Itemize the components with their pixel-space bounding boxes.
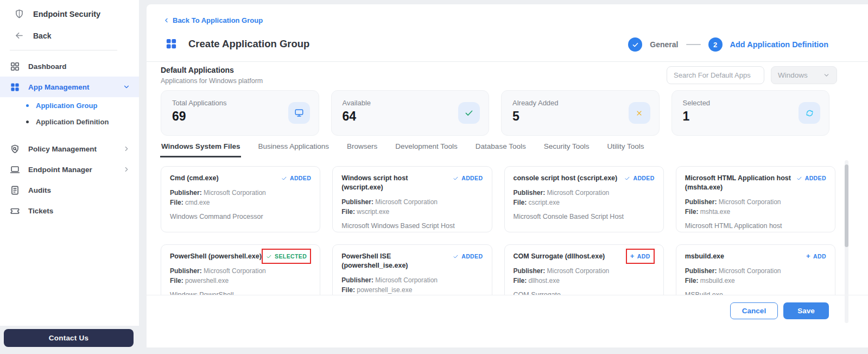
status-badge-added: ADDED bbox=[453, 253, 483, 260]
dashboard-icon bbox=[10, 61, 20, 72]
app-description: MSBuild.exe bbox=[685, 291, 826, 295]
status-badge-added: ADDED bbox=[453, 175, 483, 181]
app-publisher-row: Publisher: Microsoft Corporation bbox=[685, 197, 826, 207]
app-cards-scroll-area[interactable]: Cmd (cmd.exe)ADDEDPublisher: Microsoft C… bbox=[161, 166, 835, 295]
chevron-down-icon bbox=[823, 72, 830, 79]
status-badge-selected: SELECTED bbox=[266, 253, 307, 260]
section-title: Default Applications bbox=[161, 66, 234, 74]
sidebar-subitem-application-definition[interactable]: Application Definition bbox=[0, 113, 139, 130]
sidebar-back-button[interactable]: Back bbox=[0, 19, 139, 41]
publisher-value: Microsoft Corporation bbox=[719, 267, 781, 275]
tabs: Windows System FilesBusiness Application… bbox=[161, 142, 644, 157]
badge-label: ADDED bbox=[290, 175, 311, 181]
sidebar-item-audits[interactable]: Audits bbox=[0, 180, 139, 200]
file-value: cscript.exe bbox=[529, 199, 560, 206]
file-value: powershell_ise.exe bbox=[357, 286, 412, 294]
app-name: Cmd (cmd.exe) bbox=[170, 174, 219, 183]
tab-business-applications[interactable]: Business Applications bbox=[258, 142, 329, 157]
stat-card-available: Available64 bbox=[331, 90, 490, 136]
app-card-header: PowerShell (powershell.exe)SELECTED bbox=[170, 252, 311, 261]
stat-label: Available bbox=[343, 99, 478, 107]
step-2-label: Add Application Definition bbox=[730, 40, 829, 49]
tab-browsers[interactable]: Browsers bbox=[347, 142, 377, 157]
save-button[interactable]: Save bbox=[783, 302, 829, 319]
app-publisher-row: Publisher: Microsoft Corporation bbox=[685, 266, 826, 276]
badge-label: ADDED bbox=[461, 253, 483, 260]
file-label: File: bbox=[685, 208, 699, 216]
publisher-label: Publisher: bbox=[685, 267, 717, 275]
sidebar-item-app-management[interactable]: App Management bbox=[0, 77, 139, 97]
bullet-icon bbox=[26, 121, 29, 123]
add-button[interactable]: +ADD bbox=[806, 253, 826, 260]
sidebar-subitem-application-group[interactable]: Application Group bbox=[0, 97, 139, 113]
app-file-row: File: cmd.exe bbox=[170, 198, 311, 208]
footer-bar: Cancel Save bbox=[147, 295, 868, 347]
app-name: console script host (cscript.exe) bbox=[514, 174, 618, 183]
app-file-row: File: mshta.exe bbox=[685, 207, 826, 217]
app-card-msbuild-exe[interactable]: msbuild.exe+ADDPublisher: Microsoft Corp… bbox=[676, 244, 835, 295]
app-publisher-row: Publisher: Microsoft Corporation bbox=[341, 197, 483, 207]
app-meta: Publisher: Microsoft CorporationFile: dl… bbox=[514, 266, 655, 286]
tab-utility-tools[interactable]: Utility Tools bbox=[607, 142, 644, 157]
app-name: PowerShell (powershell.exe) bbox=[170, 252, 262, 261]
stat-value: 1 bbox=[683, 109, 819, 124]
app-meta: Publisher: Microsoft CorporationFile: po… bbox=[170, 266, 311, 286]
step-2-circle: 2 bbox=[708, 37, 723, 52]
app-card-wscript-exe[interactable]: Windows script host (wscript.exe)ADDEDPu… bbox=[332, 166, 492, 232]
publisher-value: Microsoft Corporation bbox=[375, 198, 438, 206]
tab-database-tools[interactable]: Database Tools bbox=[476, 142, 526, 157]
publisher-value: Microsoft Corporation bbox=[204, 267, 266, 275]
app-name: Microsoft HTML Application host (mshta.e… bbox=[685, 174, 792, 192]
back-to-application-group-link[interactable]: Back To Application Group bbox=[163, 16, 263, 24]
tab-development-tools[interactable]: Development Tools bbox=[395, 142, 458, 157]
app-file-row: File: powershell_ise.exe bbox=[341, 285, 483, 295]
sidebar-item-dashboard[interactable]: Dashboard bbox=[0, 56, 139, 77]
platform-select[interactable]: Windows bbox=[771, 66, 837, 84]
stat-value: 64 bbox=[343, 109, 478, 124]
app-meta: Publisher: Microsoft CorporationFile: cm… bbox=[170, 188, 311, 208]
sidebar-item-label: Tickets bbox=[28, 207, 53, 215]
sidebar-subitem-label: Application Group bbox=[36, 102, 97, 110]
status-badge-added: ADDED bbox=[281, 175, 311, 181]
check-icon bbox=[453, 254, 459, 260]
file-label: File: bbox=[341, 286, 355, 294]
scrollbar-thumb[interactable] bbox=[845, 165, 848, 247]
search-input[interactable] bbox=[667, 66, 764, 84]
app-card-dllhost-exe[interactable]: COM Surrogate (dllhost.exe)+ADDPublisher… bbox=[504, 244, 664, 295]
tab-windows-system-files[interactable]: Windows System Files bbox=[161, 142, 240, 157]
tab-security-tools[interactable]: Security Tools bbox=[544, 142, 590, 157]
add-button[interactable]: +ADD bbox=[630, 253, 650, 260]
app-card-mshta-exe[interactable]: Microsoft HTML Application host (mshta.e… bbox=[676, 166, 835, 232]
cancel-button[interactable]: Cancel bbox=[730, 302, 778, 319]
stat-value: 69 bbox=[172, 109, 308, 124]
app-description: Microsoft Windows Based Script Host bbox=[341, 222, 483, 230]
publisher-label: Publisher: bbox=[170, 189, 202, 197]
publisher-label: Publisher: bbox=[170, 267, 202, 275]
badge-label: ADDED bbox=[633, 175, 654, 181]
app-card-cscript-exe[interactable]: console script host (cscript.exe)ADDEDPu… bbox=[504, 166, 664, 232]
sidebar-item-endpoint-manager[interactable]: Endpoint Manager bbox=[0, 159, 139, 180]
publisher-label: Publisher: bbox=[341, 198, 373, 206]
app-card-cmd-exe[interactable]: Cmd (cmd.exe)ADDEDPublisher: Microsoft C… bbox=[161, 166, 320, 232]
brand-label: Endpoint Security bbox=[33, 10, 100, 18]
app-card-header: Windows script host (wscript.exe)ADDED bbox=[341, 174, 483, 192]
app-card-powershell-exe[interactable]: PowerShell (powershell.exe)SELECTEDPubli… bbox=[161, 244, 320, 295]
file-label: File: bbox=[170, 199, 183, 206]
app-description: Windows Command Processor bbox=[170, 213, 311, 220]
sidebar-item-tickets[interactable]: Tickets bbox=[0, 200, 139, 221]
app-card-powershell-ise-exe[interactable]: PowerShell ISE (powershell_ise.exe)ADDED… bbox=[332, 244, 492, 295]
contact-us-button[interactable]: Contact Us bbox=[4, 329, 134, 347]
ticket-icon bbox=[10, 206, 20, 216]
stepper: General 2 Add Application Definition bbox=[628, 37, 828, 52]
check-icon bbox=[453, 175, 459, 181]
file-label: File: bbox=[685, 277, 699, 285]
check-icon bbox=[266, 254, 272, 260]
file-value: mshta.exe bbox=[700, 208, 730, 216]
app-card-header: Cmd (cmd.exe)ADDED bbox=[170, 174, 311, 183]
back-label: Back bbox=[33, 31, 51, 40]
sidebar-item-policy-management[interactable]: Policy Management bbox=[0, 138, 139, 159]
app-meta: Publisher: Microsoft CorporationFile: po… bbox=[341, 275, 483, 295]
app-cards-grid: Cmd (cmd.exe)ADDEDPublisher: Microsoft C… bbox=[161, 166, 835, 295]
sidebar-item-label: App Management bbox=[28, 83, 90, 91]
app-publisher-row: Publisher: Microsoft Corporation bbox=[514, 266, 655, 276]
